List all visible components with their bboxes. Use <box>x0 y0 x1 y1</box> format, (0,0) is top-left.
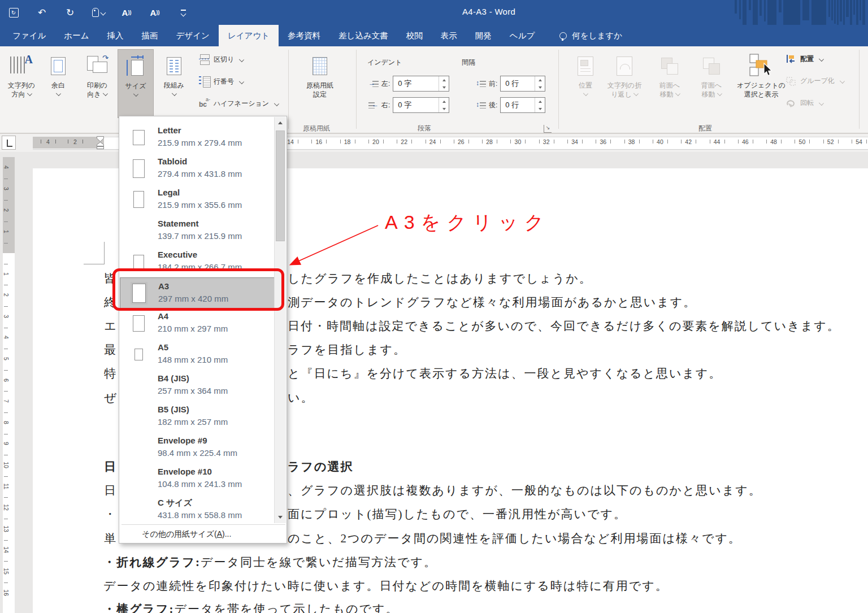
paper-size-option[interactable]: Executive184.2 mm x 266.7 mm <box>120 246 275 277</box>
orientation-icon: ↷ <box>86 51 108 81</box>
paper-size-option[interactable]: A5148 mm x 210 mm <box>120 339 275 370</box>
paper-size-option[interactable]: Statement139.7 mm x 215.9 mm <box>120 215 275 246</box>
ruler-number: 34 <box>571 138 578 145</box>
wrap-text-button[interactable]: 文字列の折 り返し <box>601 49 648 118</box>
paper-size-option[interactable]: B5 (JIS)182 mm x 257 mm <box>120 401 275 432</box>
group-label: グループ化 <box>800 76 835 86</box>
ribbon-tab[interactable]: デザイン <box>167 25 219 46</box>
selection-pane-icon <box>749 51 773 81</box>
paper-size-option[interactable]: Envelope #10104.8 mm x 241.3 mm <box>120 463 275 494</box>
first-line-indent-marker[interactable] <box>97 136 104 142</box>
ruler-tick <box>326 140 327 144</box>
send-backward-button[interactable]: 背面へ 移動 <box>693 49 730 118</box>
customize-quick-access-toolbar-icon[interactable] <box>176 6 190 19</box>
ruler-number: 36 <box>600 138 606 145</box>
hyphenation-button[interactable]: bca- ハイフネーション <box>199 98 279 108</box>
selection-pane-button[interactable]: オブジェクトの 選択と表示 <box>730 49 792 118</box>
columns-label: 段組み <box>164 81 184 89</box>
ribbon-tab[interactable]: 開発 <box>466 25 501 46</box>
redo-icon[interactable]: ↻ <box>63 6 77 19</box>
orientation-button[interactable]: ↷ 印刷の 向き <box>78 49 116 118</box>
spacing-after-stepper[interactable] <box>535 98 545 112</box>
paper-size-dimensions: 98.4 mm x 225.4 mm <box>158 448 237 458</box>
ribbon-tab[interactable]: ファイル <box>3 25 55 46</box>
read-aloud-icon[interactable]: A)) <box>120 6 133 19</box>
columns-button[interactable]: 段組み <box>157 49 191 118</box>
save-icon[interactable]: ↻ <box>7 6 20 19</box>
group-button[interactable]: グループ化 <box>785 76 844 86</box>
scroll-down-icon[interactable] <box>275 511 286 523</box>
titlebar-decoration-bar <box>802 0 809 20</box>
rotate-label: 回転 <box>800 98 814 108</box>
tab-stop-selector[interactable] <box>2 136 16 150</box>
paper-size-option[interactable]: Envelope #998.4 mm x 225.4 mm <box>120 432 275 463</box>
align-button[interactable]: 配置 <box>785 54 823 64</box>
ribbon-tab[interactable]: ホーム <box>55 25 98 46</box>
bring-forward-button[interactable]: 前面へ 移動 <box>651 49 688 118</box>
indent-section-title: インデント <box>367 58 402 67</box>
doc-text-fragment-right: のこと、2つのデータ間の関連性を評価したい場合など利用場面は様々です。 <box>288 531 741 546</box>
paper-size-option[interactable]: Legal215.9 mm x 355.6 mm <box>120 184 275 215</box>
spacing-before-input[interactable]: 0 行 <box>500 76 545 92</box>
breaks-label: 区切り <box>214 55 234 64</box>
breaks-button[interactable]: 区切り <box>199 54 244 64</box>
doc-text-fragment-left: 日 <box>104 482 117 498</box>
line-numbers-button[interactable]: 行番号 <box>199 76 244 86</box>
hanging-indent-marker[interactable] <box>97 142 104 149</box>
indent-right-stepper[interactable] <box>439 98 449 112</box>
paper-size-name: Executive <box>158 250 197 259</box>
position-button[interactable]: 位置 <box>570 49 601 118</box>
paper-size-option[interactable]: Letter215.9 mm x 279.4 mm <box>120 122 275 153</box>
undo-icon[interactable]: ↶ <box>35 6 49 19</box>
ruler-tick <box>596 140 596 144</box>
paper-size-dimensions: 104.8 mm x 241.3 mm <box>158 479 242 489</box>
paper-size-option[interactable]: C サイズ431.8 mm x 558.8 mm <box>120 494 275 525</box>
ribbon-tab[interactable]: 参考資料 <box>279 25 329 46</box>
paper-size-icon <box>133 315 145 332</box>
titlebar-decoration-bar <box>739 0 741 19</box>
ribbon-tab-bar: ファイルホーム挿入描画デザインレイアウト参考資料差し込み文書校閲表示開発ヘルプ … <box>0 25 868 46</box>
scrollbar-thumb[interactable] <box>276 131 285 241</box>
scroll-up-icon[interactable] <box>275 117 286 128</box>
manuscript-settings-button[interactable]: 原稿用紙 設定 <box>300 49 340 118</box>
ruler-tick <box>482 140 483 144</box>
spacing-after-input[interactable]: 0 行 <box>500 97 545 113</box>
titlebar-decoration-bar <box>753 0 758 25</box>
paper-size-name: Legal <box>158 188 180 197</box>
more-paper-sizes-item[interactable]: その他の用紙サイズ(A)... <box>119 527 287 542</box>
paper-size-option[interactable]: A4210 mm x 297 mm <box>120 308 275 339</box>
ribbon-tab[interactable]: 表示 <box>432 25 466 46</box>
ribbon-tab[interactable]: 挿入 <box>98 25 133 46</box>
ribbon-tab[interactable]: 校閲 <box>397 25 432 46</box>
doc-text-fragment-left: 終 <box>104 294 117 310</box>
paper-size-name: B5 (JIS) <box>158 405 189 414</box>
ruler-tick <box>823 140 824 144</box>
ribbon-tab-active[interactable]: レイアウト <box>219 25 279 46</box>
ruler-tick <box>397 140 397 144</box>
indent-right-input[interactable]: 0 字 <box>393 97 449 113</box>
ruler-tick <box>383 140 384 144</box>
ruler-tick <box>368 140 369 144</box>
ruler-tick <box>582 140 583 144</box>
spacing-before-stepper[interactable] <box>535 76 545 91</box>
ribbon-tab[interactable]: 描画 <box>133 25 167 46</box>
touch-mode-icon[interactable] <box>92 6 105 19</box>
paper-size-option[interactable]: Tabloid279.4 mm x 431.8 mm <box>120 153 275 184</box>
paper-size-option[interactable]: A3297 mm x 420 mm <box>120 277 275 308</box>
dropdown-scrollbar[interactable] <box>274 117 286 523</box>
read-aloud-icon[interactable]: A)) <box>148 6 162 19</box>
titlebar-decoration-bar <box>811 0 826 25</box>
titlebar-decoration-bar <box>843 0 845 25</box>
paper-size-option[interactable]: B4 (JIS)257 mm x 364 mm <box>120 370 275 401</box>
size-button[interactable]: サイズ <box>118 49 154 118</box>
ribbon-tab[interactable]: ヘルプ <box>501 25 544 46</box>
indent-left-stepper[interactable] <box>439 76 449 91</box>
rotate-button[interactable]: 回転 <box>785 98 823 108</box>
paragraph-dialog-launcher-icon[interactable]: ↘ <box>544 125 552 133</box>
margins-button[interactable]: 余白 <box>42 49 75 118</box>
text-direction-button[interactable]: A 文字列の 方向 <box>3 49 40 118</box>
indent-left-input[interactable]: 0 字 <box>393 76 449 92</box>
ribbon-tab[interactable]: 差し込み文書 <box>329 25 397 46</box>
tell-me-search[interactable]: 何をしますか <box>552 25 630 46</box>
orientation-label: 印刷の <box>87 81 107 89</box>
